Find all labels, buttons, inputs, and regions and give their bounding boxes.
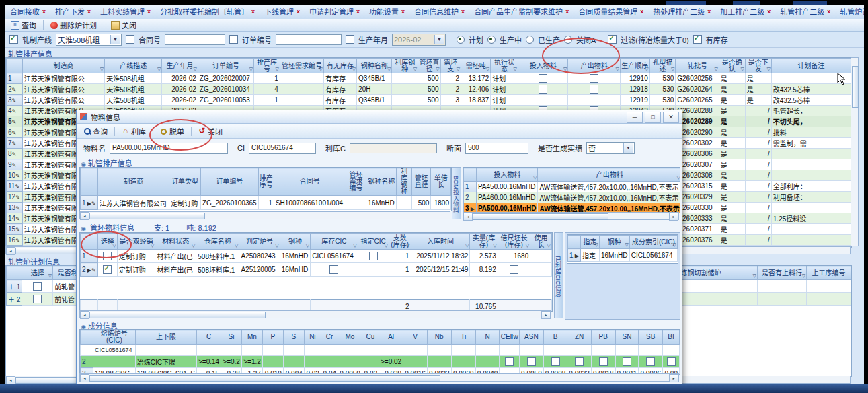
column-header[interactable]: BI [663,330,680,345]
row-index-header[interactable] [464,168,477,182]
row-index-header[interactable] [81,234,98,250]
row-checkbox[interactable] [539,96,547,104]
section-input[interactable]: 500 [465,143,528,154]
close-tab-icon[interactable]: x [707,8,711,15]
dialog-query-button[interactable]: 查询 [81,126,110,137]
order-input[interactable] [276,34,342,45]
table-row[interactable]: 2✎江苏天淮钢管有限公天淮508机组2026-02ZG_20260100344有… [7,84,851,95]
checkbox-cell[interactable] [22,280,53,293]
filter-funnel-icon[interactable]: ▽ [48,273,52,279]
row-checkbox[interactable] [369,252,378,260]
tab-合同产品生产监制要求维护[interactable]: 合同产品生产监制要求维护x [469,5,574,19]
filter-funnel-icon[interactable]: ▽ [112,242,116,249]
table-row[interactable]: 2冶炼CIC下限>=0.14>=0.2>=1.2>=0.02 [81,356,680,368]
filter-funnel-icon[interactable]: ▽ [533,174,537,181]
filter-funnel-icon[interactable]: ▽ [157,66,161,73]
row-checkbox[interactable] [551,357,560,366]
row-checkbox[interactable] [33,295,42,303]
row-checkbox[interactable] [590,96,598,104]
column-header[interactable]: 轧批号▽ [676,59,719,73]
row-index-header[interactable] [81,330,93,345]
column-header[interactable]: 钢种▽ [280,234,311,250]
filter-funnel-icon[interactable]: ▽ [616,66,619,73]
checkbox-cell[interactable] [518,84,567,95]
row-checkbox[interactable] [33,282,42,291]
checkbox-cell[interactable] [498,263,530,277]
table-row[interactable]: 1江苏天淮钢管有限公天淮508机组2026-02ZG_20260200071有库… [7,73,851,84]
column-header[interactable]: 管坯直径 [411,168,430,196]
line-checkbox[interactable] [9,35,18,44]
filter-funnel-icon[interactable]: ▽ [753,273,756,279]
close-tab-icon[interactable]: x [565,8,569,15]
checkbox-cell[interactable] [567,356,592,368]
row-checkbox[interactable] [329,265,338,274]
dialog-titlebar[interactable]: 物料信息 [77,110,682,124]
column-header[interactable]: 管坯直径▽ [418,59,441,73]
column-header[interactable]: 订单编号▽ [198,59,253,73]
column-header[interactable]: 需坯吨▽ [461,59,491,73]
filter-funnel-icon[interactable]: ▽ [193,66,196,73]
delete-plan-button[interactable]: 删除炉计划 [48,20,100,30]
filter-funnel-icon[interactable]: ▽ [353,242,356,249]
table-row[interactable]: CICL0561674 [81,345,680,356]
tab-排产下发[interactable]: 排产下发x [50,5,95,19]
column-header[interactable]: 孔型描述▽ [649,59,676,73]
use-stock-button[interactable]: ⌂利库 [119,126,149,137]
checkbox-cell[interactable] [520,356,544,368]
table-row[interactable]: 3✎江苏天淮钢管有限公天淮508机组2026-02ZG_20260100531有… [7,95,851,106]
row-checkbox[interactable] [103,265,112,274]
filter-funnel-icon[interactable]: ▽ [547,242,551,249]
unbind-button[interactable]: 脱单 [157,126,187,137]
tab-加工排产二级[interactable]: 加工排产二级x [715,5,775,19]
table-row[interactable]: 1定制订购材料产出(已508坯料库.1A2508024316MnHDCICL05… [81,250,552,263]
row-index-cell[interactable]: 8✎ [7,149,23,159]
line-select[interactable]: 天淮508机组▼ [56,34,122,46]
row-index-header[interactable] [7,59,23,73]
order-checkbox[interactable] [229,35,238,44]
row-index-header[interactable] [81,168,98,196]
column-header[interactable]: 选择▽ [22,266,53,280]
column-header[interactable]: 投入物料▽ [518,59,567,73]
column-header[interactable]: 投入物料▽ [476,168,538,182]
bom-scrollbar[interactable]: ◂▸ [463,212,679,220]
column-header[interactable]: C [196,330,221,345]
row-index-cell[interactable]: 6✎ [7,127,23,138]
table-row[interactable]: 1PA450.00,16MnHDAW流体输送管,457.20x10.00,,16… [464,182,681,192]
dialog-schedule-grid[interactable]: 制造商订单类型订单编号排产序号合同号管坯需求编号钢种名称利库钢种管坯直径单倍长1… [79,167,452,211]
column-header[interactable]: CEⅡw [500,330,520,345]
table-row[interactable]: 2 ▶✎定制订购材料产出(已508坯料库.1A2512000516MnHD120… [81,263,552,277]
row-checkbox[interactable] [505,357,514,366]
column-header[interactable]: 执行状态▽ [491,59,518,73]
column-header[interactable]: Cr [321,330,338,345]
column-header[interactable]: 制造商▽ [22,59,104,73]
row-index-header[interactable] [7,266,22,280]
filter-funnel-icon[interactable]: ▽ [625,242,628,248]
row-index-cell[interactable]: 9✎ [7,159,23,170]
column-header[interactable]: 生产顺序▽ [620,59,649,73]
checkbox-cell[interactable] [568,84,621,95]
filter-funnel-icon[interactable]: ▽ [486,66,489,73]
filter-funnel-icon[interactable]: ▽ [465,242,469,249]
checkbox-cell[interactable] [591,356,615,368]
row-checkbox[interactable] [599,357,608,366]
column-header[interactable]: 管坯需求编号 [346,168,366,196]
filter-funnel-icon[interactable]: ▽ [319,66,323,73]
column-header[interactable]: Mn [241,330,262,345]
filter-funnel-icon[interactable]: ▽ [802,273,805,279]
filter-funnel-icon[interactable]: ▽ [249,66,253,73]
close-dialog-button[interactable]: ✕ [663,112,679,123]
checkbox-cell[interactable] [311,263,358,277]
close-tab-icon[interactable]: x [251,8,255,15]
filter-funnel-icon[interactable]: ▽ [714,66,717,73]
close-tab-icon[interactable]: x [147,8,151,15]
column-header[interactable]: 材料状态▽ [155,234,196,250]
row-index-cell[interactable]: 1 [464,182,477,192]
filter-funnel-icon[interactable]: ▽ [151,242,154,249]
column-header[interactable]: 产出物料▽ [568,59,621,73]
column-header[interactable]: Al [379,330,403,345]
contract-checkbox[interactable] [126,35,134,44]
tab-合同信息维护[interactable]: 合同信息维护x [409,5,469,19]
filter-funnel-icon[interactable]: ▽ [671,66,674,73]
close-tab-icon[interactable]: x [461,8,465,15]
column-header[interactable]: 需坯支▽ [440,59,461,73]
